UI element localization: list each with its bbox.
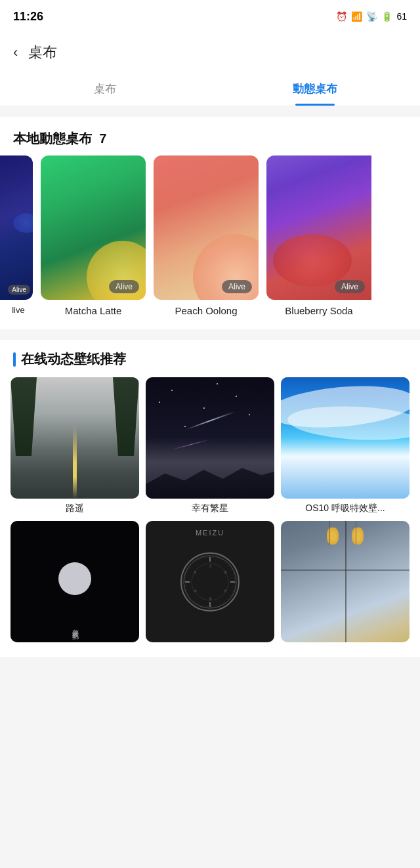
svg-text:水: 水 <box>209 596 212 600</box>
alive-badge-1: Alive <box>109 280 139 293</box>
svg-text:火: 火 <box>224 589 227 592</box>
lantern-string-2 <box>356 521 356 545</box>
wallpaper-item-dark-blue[interactable]: Alive live <box>0 155 37 316</box>
status-icons: ⏰ 📶 📡 🔋 61 <box>336 11 407 22</box>
battery-level: 61 <box>396 11 407 22</box>
signal-icon: 📶 <box>351 11 362 22</box>
moon-text: 夢裡故鄉 <box>70 624 79 629</box>
meizu-text: MEIZU <box>196 529 224 537</box>
moon-shape <box>58 562 91 595</box>
online-wallpaper-grid: 路遥 幸有繁星 <box>0 377 420 646</box>
page-title: 桌布 <box>28 43 57 62</box>
wallpaper-label-peach: Peach Oolong <box>175 305 237 316</box>
alarm-icon: ⏰ <box>336 11 347 22</box>
lanterns <box>327 527 364 545</box>
svg-text:月: 月 <box>194 570 197 574</box>
wallpaper-label-matcha: Matcha Latte <box>65 305 122 316</box>
local-section-header: 本地動態桌布 7 <box>0 117 420 155</box>
lantern-1 <box>327 527 339 545</box>
svg-text:金: 金 <box>224 570 227 574</box>
lantern-2 <box>352 527 364 545</box>
online-item-clock[interactable]: MEIZU 土 <box>146 521 274 646</box>
clock-face: 土 金 火 水 木 月 <box>180 552 240 611</box>
online-item-window[interactable] <box>281 521 410 646</box>
wifi-icon: 📡 <box>366 11 377 22</box>
online-item-os10[interactable]: OS10 呼吸特效壁... <box>281 377 410 514</box>
tab-static[interactable]: 桌布 <box>0 72 210 106</box>
lantern-string-1 <box>329 521 330 545</box>
svg-text:木: 木 <box>194 589 197 592</box>
svg-point-6 <box>192 564 228 600</box>
online-wallpaper-section: 在线动态壁纸推荐 路遥 <box>0 340 420 657</box>
tab-dynamic[interactable]: 動態桌布 <box>210 72 420 106</box>
online-label-road: 路遥 <box>10 503 139 514</box>
wallpaper-item-matcha[interactable]: Alive Matcha Latte <box>37 155 150 316</box>
online-label-os10: OS10 呼吸特效壁... <box>281 503 410 514</box>
clock-svg: 土 金 火 水 木 月 <box>182 554 238 610</box>
tab-bar: 桌布 動態桌布 <box>0 72 420 106</box>
wallpaper-label-blueberry: Blueberry Soda <box>285 305 352 316</box>
battery-icon: 🔋 <box>381 11 392 22</box>
status-bar: 11:26 ⏰ 📶 📡 🔋 61 <box>0 0 420 33</box>
alive-badge-0: Alive <box>8 285 30 295</box>
wallpaper-item-blueberry[interactable]: Alive Blueberry Soda <box>262 155 375 316</box>
online-item-road[interactable]: 路遥 <box>10 377 139 514</box>
online-item-moon[interactable]: 夢裡故鄉 <box>10 521 139 646</box>
alive-badge-3: Alive <box>335 280 365 293</box>
window-bar-h <box>281 569 410 571</box>
back-button[interactable]: ‹ <box>13 44 18 61</box>
svg-text:土: 土 <box>209 564 212 568</box>
online-label-stars: 幸有繁星 <box>146 503 274 514</box>
online-item-stars[interactable]: 幸有繁星 <box>146 377 274 514</box>
local-wallpaper-row: Alive live Alive Matcha Latte Alive Peac… <box>0 155 420 329</box>
status-time: 11:26 <box>13 10 43 24</box>
page-header: ‹ 桌布 <box>0 33 420 72</box>
wallpaper-label-0: live <box>12 305 25 315</box>
wallpaper-item-peach[interactable]: Alive Peach Oolong <box>150 155 262 316</box>
alive-badge-2: Alive <box>222 280 252 293</box>
online-section-header: 在线动态壁纸推荐 <box>0 340 420 377</box>
local-wallpaper-section: 本地動態桌布 7 Alive live Alive Matcha Latte A… <box>0 117 420 329</box>
